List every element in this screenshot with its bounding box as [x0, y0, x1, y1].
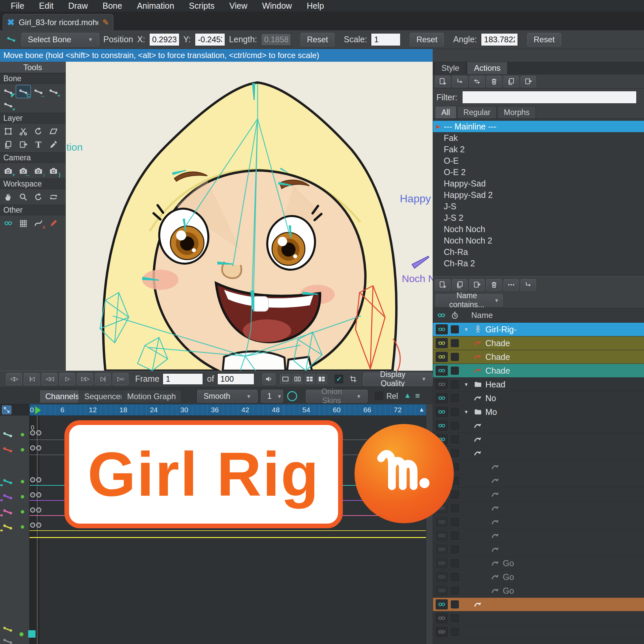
zoom-workspace-tool[interactable] [16, 190, 31, 204]
layer-checkbox[interactable] [451, 339, 459, 347]
playhead-line[interactable] [37, 416, 38, 644]
interpolation-dropdown[interactable]: Smooth ▼ [197, 390, 258, 402]
playback-loop-button[interactable]: ◁▷ [6, 373, 22, 385]
reset-angle-button[interactable]: Reset [527, 33, 561, 46]
track-bone-icon[interactable] [3, 624, 13, 634]
rotate-layer-tool[interactable] [31, 124, 46, 138]
layer-row[interactable]: Go [433, 570, 644, 584]
layer-checkbox[interactable] [451, 573, 459, 581]
action-item[interactable]: Happy-Sad 2 [433, 189, 644, 201]
layer-checkbox[interactable] [451, 628, 459, 636]
layer-row[interactable]: Chade [433, 364, 644, 378]
actions-filter-input[interactable] [462, 91, 637, 104]
layer-row[interactable] [433, 460, 644, 474]
layer-row[interactable] [433, 433, 644, 446]
layer-row[interactable]: Chade [433, 336, 644, 350]
layer-visibility-toggle[interactable] [436, 517, 448, 527]
layer-checkbox[interactable] [451, 435, 459, 443]
action-item[interactable]: J-S [433, 201, 644, 212]
view-split-3-button[interactable] [317, 374, 327, 384]
track-bone-icon[interactable] [3, 636, 13, 644]
add-bone-tool[interactable]: + [46, 85, 61, 98]
layer-visibility-toggle[interactable] [436, 572, 448, 582]
keyframe-marker[interactable] [30, 477, 35, 482]
layer-checkbox[interactable] [451, 490, 459, 498]
action-item[interactable]: O-E 2 [433, 166, 644, 178]
scroll-up-icon[interactable]: ▲ [419, 406, 425, 413]
layer-visibility-toggle[interactable] [436, 324, 448, 334]
tab-regular[interactable]: Regular [457, 106, 497, 118]
grid-tool[interactable] [16, 216, 31, 230]
layer-checkbox[interactable] [451, 394, 459, 402]
tab-morphs[interactable]: Morphs [497, 106, 536, 118]
layer-checkbox[interactable] [451, 600, 459, 608]
manipulate-bone-tool[interactable]: ↔ [31, 85, 46, 98]
layer-checkbox[interactable] [451, 353, 459, 361]
action-item[interactable]: Noch Noch 2 [433, 235, 644, 246]
layer-visibility-toggle[interactable] [436, 407, 448, 417]
display-quality-dropdown[interactable]: Display Quality ▼ [363, 373, 433, 385]
track-bone-icon[interactable] [3, 507, 13, 517]
eyedropper-tool[interactable] [46, 138, 61, 151]
depth-dropdown[interactable]: 1 ▼ [261, 390, 283, 402]
export-action-button[interactable] [521, 76, 536, 87]
insert-reference-button[interactable] [452, 76, 468, 87]
layer-visibility-toggle[interactable] [436, 531, 448, 541]
layer-checkbox[interactable] [451, 408, 459, 416]
transform-layer-tool[interactable] [1, 124, 16, 138]
playback-go-end-button[interactable]: ▷| [95, 373, 111, 385]
action-item[interactable]: Fak 2 [433, 144, 644, 155]
action-item[interactable]: ►--- Mainline --- [433, 121, 644, 132]
frame-input[interactable] [163, 373, 203, 385]
menu-item-draw[interactable]: Draw [61, 1, 95, 11]
layer-checkbox[interactable] [451, 614, 459, 622]
position-y-input[interactable] [195, 33, 225, 46]
duplicate-layer-button[interactable] [452, 279, 468, 290]
insert-text-tool[interactable]: T [31, 138, 46, 151]
select-bone-tool[interactable]: ◤ [1, 85, 16, 98]
reset-position-button[interactable]: Reset [301, 33, 334, 46]
view-single-button[interactable] [280, 374, 290, 384]
layer-visibility-toggle[interactable] [436, 421, 448, 431]
track-bone-icon[interactable] [3, 430, 13, 440]
new-layer-button[interactable] [435, 279, 450, 290]
layer-scripts-button[interactable] [521, 279, 536, 290]
tool-selector-dropdown[interactable]: Select Bone ▼ [21, 33, 99, 46]
scissors-tool[interactable] [16, 124, 31, 138]
playhead-flag[interactable] [35, 406, 41, 414]
track-bone-icon[interactable] [3, 522, 13, 532]
layer-visibility-toggle[interactable] [436, 352, 448, 362]
layer-row[interactable] [433, 446, 644, 460]
layer-expand-arrow[interactable]: ▼ [462, 409, 471, 415]
layer-visibility-toggle[interactable] [436, 613, 448, 623]
reference-layer-button[interactable] [469, 279, 485, 290]
roll-camera-tool[interactable]: ↕ [31, 164, 46, 177]
delete-layer-button[interactable] [486, 279, 502, 290]
layer-visibility-toggle[interactable] [436, 366, 448, 376]
layer-row[interactable]: ▼Girl-Rig- [433, 323, 644, 336]
action-item[interactable]: Noch Noch [433, 223, 644, 235]
layer-visibility-toggle[interactable] [436, 393, 448, 403]
rotate-workspace-tool[interactable] [31, 190, 46, 204]
keyframe-marker[interactable] [30, 507, 35, 513]
action-item[interactable]: Ch-Ra 2 [433, 258, 644, 269]
new-action-button[interactable] [435, 76, 450, 87]
playback-go-start-button[interactable]: |◁ [24, 373, 40, 385]
keyframe-lines-icon[interactable]: ≡ [415, 391, 420, 400]
onion-skins-dropdown[interactable]: Onion Skins ▼ [306, 390, 368, 402]
layer-name-filter-dropdown[interactable]: Name contains... ▼ [436, 294, 503, 306]
keyframe-marker[interactable] [30, 492, 35, 497]
playback-step-back-button[interactable]: ◁◁ [42, 373, 57, 385]
layer-checkbox[interactable] [451, 518, 459, 526]
action-item[interactable]: O-E [433, 155, 644, 166]
pan-workspace-tool[interactable] [1, 190, 16, 204]
layer-row[interactable] [433, 625, 644, 639]
layer-row[interactable] [433, 543, 644, 556]
keyframe-up-icon[interactable]: ▲ [404, 391, 411, 400]
layer-checkbox[interactable] [451, 504, 459, 512]
shear-layer-tool[interactable] [46, 124, 61, 138]
scale-input[interactable] [371, 33, 400, 46]
reset-scale-button[interactable]: Reset [410, 33, 444, 46]
layer-visibility-toggle[interactable] [436, 586, 448, 596]
close-tab-icon[interactable]: ✖ [7, 17, 15, 28]
